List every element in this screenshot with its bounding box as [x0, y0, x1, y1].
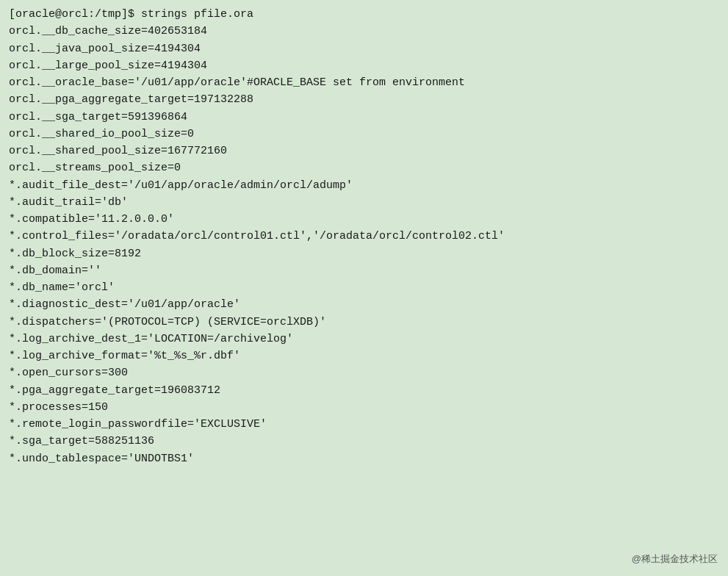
- terminal-line: orcl.__shared_pool_size=167772160: [9, 143, 719, 159]
- terminal-line: *.sga_target=588251136: [9, 433, 719, 450]
- terminal-line: *.audit_file_dest='/u01/app/oracle/admin…: [9, 177, 719, 194]
- terminal-line: *.control_files='/oradata/orcl/control01…: [9, 228, 719, 245]
- terminal-line: *.db_block_size=8192: [9, 245, 719, 262]
- terminal-line: orcl.__oracle_base='/u01/app/oracle'#ORA…: [9, 74, 719, 91]
- terminal-line: *.log_archive_dest_1='LOCATION=/archivel…: [9, 331, 719, 348]
- terminal-line: orcl.__sga_target=591396864: [9, 109, 719, 126]
- terminal-line: *.undo_tablespace='UNDOTBS1': [9, 450, 719, 467]
- terminal-line: *.diagnostic_dest='/u01/app/oracle': [9, 296, 719, 313]
- terminal-line: *.audit_trail='db': [9, 194, 719, 211]
- terminal-line: orcl.__shared_io_pool_size=0: [9, 126, 719, 143]
- terminal-line: *.dispatchers='(PROTOCOL=TCP) (SERVICE=o…: [9, 314, 719, 331]
- watermark: @稀土掘金技术社区: [632, 552, 718, 566]
- terminal-line: *.db_name='orcl': [9, 279, 719, 296]
- terminal-line: *.open_cursors=300: [9, 364, 719, 381]
- terminal-line: *.processes=150: [9, 399, 719, 416]
- terminal-line: *.compatible='11.2.0.0.0': [9, 211, 719, 228]
- terminal-line: orcl.__pga_aggregate_target=197132288: [9, 91, 719, 108]
- terminal-line: orcl.__streams_pool_size=0: [9, 159, 719, 176]
- terminal-line: *.log_archive_format='%t_%s_%r.dbf': [9, 348, 719, 364]
- terminal-line: [oracle@orcl:/tmp]$ strings pfile.ora: [9, 6, 719, 23]
- terminal-line: orcl.__java_pool_size=4194304: [9, 40, 719, 57]
- terminal-line: orcl.__large_pool_size=4194304: [9, 57, 719, 74]
- terminal-window: [oracle@orcl:/tmp]$ strings pfile.oraorc…: [0, 0, 728, 576]
- terminal-line: orcl.__db_cache_size=402653184: [9, 23, 719, 40]
- terminal-line: *.pga_aggregate_target=196083712: [9, 382, 719, 399]
- terminal-line: *.remote_login_passwordfile='EXCLUSIVE': [9, 416, 719, 433]
- terminal-line: *.db_domain='': [9, 262, 719, 279]
